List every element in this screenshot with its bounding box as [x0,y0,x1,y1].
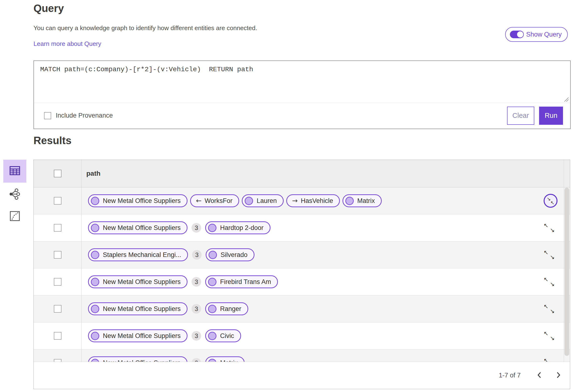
expand-arrow-icon: ↖ [544,304,548,309]
toggle-switch-icon[interactable] [510,31,524,38]
include-provenance-checkbox[interactable] [44,112,51,119]
run-button[interactable]: Run [539,107,563,125]
learn-more-link[interactable]: Learn more about Query [34,40,101,48]
row-select-checkbox[interactable] [54,251,62,259]
expand-arrow-icon: ↘ [550,281,555,287]
path-count-badge: 3 [192,277,201,287]
page-description: You can query a knowledge graph to ident… [34,24,257,32]
path-cell: Staplers Mechanical Engi...3Silverado [82,248,570,261]
row-select-checkbox[interactable] [54,278,62,286]
row-checkbox-cell [34,241,82,268]
entity-label: New Metal Office Suppliers [103,224,181,232]
path-cell: New Metal Office Suppliers3Ranger [82,302,570,315]
table-row: Staplers Mechanical Engi...3Silverado↖↘ [34,241,570,268]
entity-pill[interactable]: Silverado [206,248,254,261]
expand-arrow-icon: ↖ [544,276,548,282]
path-cell: New Metal Office Suppliers←WorksForLaure… [82,194,570,207]
arrow-right-icon: → [292,197,298,204]
entity-label: Ranger [220,305,241,313]
page-range-label: 1-7 of 7 [499,372,521,379]
show-query-label: Show Query [526,31,562,38]
entity-pill[interactable]: New Metal Office Suppliers [88,329,187,342]
table-view-button[interactable] [3,160,26,183]
table-scrollbar [564,160,570,362]
row-select-checkbox[interactable] [54,332,62,340]
expand-path-button[interactable]: ↖↘ [544,222,555,233]
entity-pill[interactable]: Hardtop 2-door [205,221,270,234]
entity-node-icon [345,197,354,205]
entity-pill[interactable]: Matrix [343,194,382,207]
show-query-toggle[interactable]: Show Query [505,27,568,42]
page-title: Query [34,2,64,14]
entity-label: Lauren [257,197,277,205]
expand-path-button[interactable]: ↖↘ [544,250,555,260]
table-row: New Metal Office Suppliers3Civic↖↘ [34,322,570,350]
relationship-label: WorksFor [205,197,233,205]
table-header-row: path [34,160,570,187]
entity-label: New Metal Office Suppliers [103,305,181,313]
expand-path-button[interactable]: ↖↘ [544,276,555,287]
expand-path-button[interactable]: ↖↘ [544,304,555,314]
link-chart-view-button[interactable] [9,189,20,200]
entity-node-icon [208,251,217,259]
query-panel-footer: Include Provenance Clear Run [34,102,570,129]
chevron-right-icon [556,371,561,380]
expand-arrow-icon: ↘ [550,227,555,233]
chevron-left-icon [537,371,542,380]
entity-node-icon [91,305,99,313]
query-editor[interactable]: MATCH path=(c:Company)-[r*2]-(v:Vehicle)… [34,61,570,103]
row-select-checkbox[interactable] [54,224,62,232]
expand-arrow-icon: ↘ [550,308,555,314]
arrow-left-icon: ← [196,197,201,204]
expand-arrow-icon: ↖ [544,250,548,255]
expand-arrow-icon: ↖ [544,222,548,228]
entity-node-icon [91,332,99,340]
pagination-bar: 1-7 of 7 [34,362,570,389]
results-table: path New Metal Office Suppliers←WorksFor… [34,160,570,389]
entity-pill[interactable]: Firebird Trans Am [205,275,278,288]
next-page-button[interactable] [552,367,565,384]
entity-pill[interactable]: New Metal Office Suppliers [88,194,187,207]
collapse-path-button[interactable]: ↘↖ [544,194,557,208]
resize-handle-icon[interactable] [563,96,569,102]
select-all-checkbox[interactable] [54,170,62,177]
toggle-knob [517,31,524,38]
clear-button[interactable]: Clear [507,107,534,125]
table-row: New Metal Office Suppliers3Ranger↖↘ [34,295,570,322]
scrollbar-thumb[interactable] [564,188,569,356]
entity-node-icon [208,305,216,313]
previous-page-button[interactable] [533,367,546,384]
row-checkbox-cell [34,322,82,349]
path-count-badge: 3 [192,304,201,314]
entity-node-icon [91,251,99,259]
entity-label: New Metal Office Suppliers [103,278,181,286]
link-chart-icon [9,188,20,201]
row-checkbox-cell [34,295,82,322]
row-select-checkbox[interactable] [54,197,62,205]
entity-pill[interactable]: New Metal Office Suppliers [88,302,187,315]
entity-pill[interactable]: Lauren [242,194,284,207]
path-cell: New Metal Office Suppliers3Civic [82,329,570,342]
entity-pill[interactable]: New Metal Office Suppliers [88,221,187,234]
expand-arrow-icon: ↘ [550,254,555,260]
map-view-button[interactable] [10,211,20,222]
entity-label: Silverado [221,251,247,259]
entity-label: Firebird Trans Am [220,278,271,286]
row-select-checkbox[interactable] [54,305,62,313]
path-count-badge: 3 [192,331,201,341]
entity-pill[interactable]: Ranger [205,302,248,315]
relationship-pill[interactable]: ←WorksFor [190,194,239,207]
results-title: Results [34,135,72,147]
expand-path-button[interactable]: ↖↘ [544,331,555,341]
map-icon [10,211,20,222]
row-checkbox-cell [34,187,82,214]
entity-node-icon [245,197,253,205]
relationship-pill[interactable]: →HasVehicle [286,194,340,207]
entity-label: Staplers Mechanical Engi... [103,251,181,259]
table-icon [10,166,20,176]
entity-pill[interactable]: Staplers Mechanical Engi... [88,248,188,261]
entity-pill[interactable]: Civic [205,329,241,342]
row-checkbox-cell [34,268,82,295]
entity-node-icon [91,278,99,286]
entity-pill[interactable]: New Metal Office Suppliers [88,275,187,288]
